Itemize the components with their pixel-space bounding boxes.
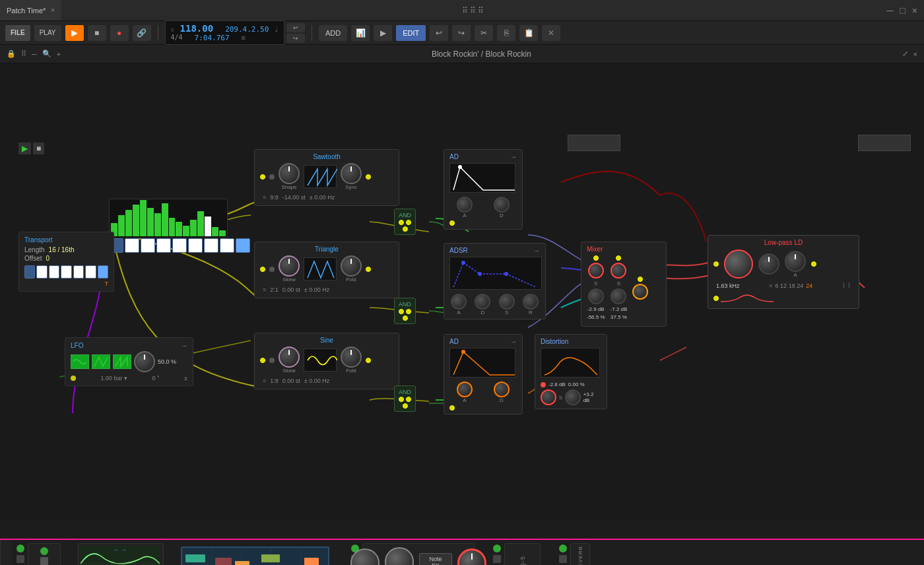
ts3[interactable] [49,265,59,279]
step-3[interactable] [141,238,155,253]
step-8[interactable] [220,238,234,253]
adsr-r-knob[interactable] [523,294,539,310]
lp-freq-knob[interactable] [724,249,753,279]
add-device-2[interactable]: + [166,543,179,565]
file-button[interactable]: FILE [5,25,30,41]
power-btn-3[interactable] [493,545,501,552]
saw-in-port[interactable] [260,174,265,180]
power-btn-1[interactable] [16,545,24,552]
ts4[interactable] [61,265,71,279]
edit-button[interactable]: EDIT [396,25,426,41]
play-label-button[interactable]: PLAY [34,25,61,41]
sine-port2[interactable] [269,358,275,363]
chart-button[interactable]: 📊 [351,25,370,41]
maximize-btn[interactable]: □ [900,5,905,16]
sine-out-port[interactable] [366,358,371,363]
tab-close-btn[interactable]: × [51,7,55,14]
power-btn-4[interactable] [559,545,567,552]
close-btn[interactable]: × [912,5,917,16]
fold-knob2[interactable] [341,347,362,368]
and3-out[interactable] [403,403,408,409]
loop-out-button[interactable]: ↪ [286,34,305,43]
mono-grid-device[interactable] [28,543,61,565]
mini-stop[interactable]: ■ [33,143,44,154]
mx-vol1[interactable] [588,263,604,279]
dist-knob2[interactable] [565,389,581,405]
mono-grid-power[interactable] [40,547,48,555]
ts1[interactable] [24,265,35,279]
tri-in-port[interactable] [260,267,265,272]
mx-in1[interactable] [593,255,599,261]
play2-button[interactable]: ▶ [374,25,392,41]
patch-close-button[interactable]: × [913,50,917,58]
mini-play[interactable]: ▶ [18,143,31,154]
lp-out2[interactable] [713,296,719,301]
delete-button[interactable]: ✕ [542,25,560,41]
sine-in-port[interactable] [260,358,265,363]
sync-knob[interactable] [341,163,362,184]
add-device-1[interactable]: + [63,543,76,565]
piano-roll-view[interactable] [181,547,329,565]
lfo-wave-saw[interactable] [113,354,131,369]
fold-knob1[interactable] [341,255,362,277]
patch-canvas[interactable]: ▶ ■ [0,63,924,520]
redo-button[interactable]: ↪ [452,25,471,41]
dist-knob1[interactable] [541,389,556,405]
step-7[interactable] [204,238,218,253]
mx-in2[interactable] [616,255,621,261]
minimize-btn[interactable]: ─ [886,5,893,16]
adsr-d-knob[interactable] [475,294,490,310]
add-device-6[interactable]: + [592,543,605,565]
lp-out1[interactable] [811,261,816,267]
and2-in2[interactable] [406,309,411,314]
step-6[interactable] [188,238,203,253]
undo-button[interactable]: ↩ [430,25,448,41]
piano-roll-device[interactable] [181,547,333,565]
mx-pan2[interactable] [610,288,626,304]
lp-drive-knob[interactable] [785,251,806,272]
pitch-knob[interactable] [350,548,380,565]
ad1-out-port[interactable] [449,220,455,226]
and2-in1[interactable] [399,309,404,314]
ad1-a-knob[interactable] [457,197,473,213]
record-button[interactable]: ● [110,25,129,41]
saw-out-port[interactable] [366,174,371,180]
lp-res-knob[interactable] [758,253,779,275]
stop-button[interactable]: ■ [88,25,106,41]
ts7[interactable] [98,265,108,279]
step-5[interactable] [172,238,187,253]
loop-button[interactable]: 🔗 [133,25,151,41]
copy-button[interactable]: ⎘ [497,25,515,41]
and2-out[interactable] [403,316,408,321]
mx-pan1[interactable] [588,288,604,304]
and1-in1[interactable] [399,220,404,225]
add-device-3[interactable]: + [335,543,348,565]
mx-vol2[interactable] [610,263,626,279]
skew-knob1[interactable] [279,255,300,277]
ad1-d-knob[interactable] [494,197,510,213]
skew-knob2[interactable] [279,347,300,368]
lp-in1[interactable] [713,261,719,267]
step-4[interactable] [156,238,171,253]
and3-in2[interactable] [406,397,411,402]
tri-out-port[interactable] [366,267,371,272]
step-9[interactable] [236,238,250,253]
shape-knob[interactable] [279,163,300,184]
loop-in-button[interactable]: ↩ [286,23,305,32]
and1-out[interactable] [403,226,408,232]
expand-button[interactable]: ⤢ [902,50,908,58]
ad2-a-knob[interactable] [457,382,473,397]
and1-in2[interactable] [406,220,411,225]
ts2[interactable] [36,265,47,279]
paste-button[interactable]: 📋 [519,25,538,41]
note-fx-button[interactable]: Note FX [419,553,452,565]
play-button[interactable]: ▶ [65,25,84,41]
lfo-rate-knob[interactable] [134,351,155,372]
adsr-a-knob[interactable] [451,294,467,310]
title-tab[interactable]: Patch Time* × [0,0,61,20]
ad2-out-port[interactable] [449,405,455,411]
cut-button[interactable]: ✂ [475,25,493,41]
saw-port2[interactable] [269,174,275,180]
tri-port2[interactable] [269,267,275,272]
dist-port-r[interactable] [541,382,546,387]
